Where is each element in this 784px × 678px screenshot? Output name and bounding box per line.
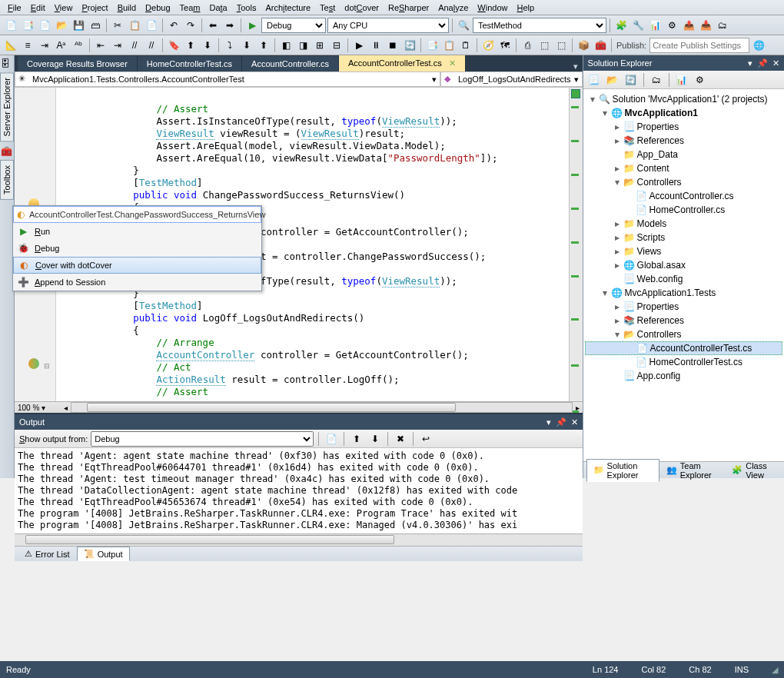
tb2-d[interactable]: 🔄 — [402, 38, 417, 53]
tree-twisty-icon[interactable]: ▾ — [600, 287, 610, 298]
undo-icon[interactable]: ↶ — [166, 18, 181, 33]
menu-build[interactable]: Build — [113, 2, 141, 14]
tree-node-2[interactable]: ▸📃Properties — [585, 120, 782, 134]
toolbox-icon[interactable]: 🧰 — [1, 146, 13, 158]
tree-node-17[interactable]: ▾📂Controllers — [585, 327, 782, 341]
tb2-next-bm[interactable]: ⬇ — [200, 38, 215, 53]
close-tab-icon[interactable]: ✕ — [447, 58, 456, 68]
output-close-icon[interactable]: ✕ — [571, 417, 578, 427]
tb2-misc4[interactable]: ⊟ — [329, 38, 344, 53]
ext-icon-7[interactable]: 🗂 — [715, 18, 730, 33]
tree-twisty-icon[interactable]: ▸ — [613, 260, 622, 271]
copy-icon[interactable]: 📋 — [127, 18, 142, 33]
sol-props-icon[interactable]: 📃 — [586, 72, 602, 88]
right-tab-solution-explorer[interactable]: 📁Solution Explorer — [586, 459, 659, 482]
tree-node-14[interactable]: ▾🌐MvcApplication1.Tests — [585, 286, 782, 300]
tree-node-3[interactable]: ▸📚References — [585, 134, 782, 148]
tree-node-5[interactable]: ▸📁Content — [585, 161, 782, 175]
tree-twisty-icon[interactable]: ▸ — [613, 218, 622, 229]
sol-refresh-icon[interactable]: 🔄 — [623, 72, 639, 88]
menu-test[interactable]: Test — [315, 2, 340, 14]
ext-icon-6[interactable]: 📥 — [698, 18, 713, 33]
ctx-cover-with-dotcover[interactable]: ◐Cover with dotCover — [13, 257, 261, 274]
type-combo[interactable]: ✳ MvcApplication1.Tests.Controllers.Acco… — [15, 71, 440, 87]
paste-icon[interactable]: 📄 — [144, 18, 159, 33]
ext-icon-5[interactable]: 📤 — [681, 18, 696, 33]
sol-close-icon[interactable]: ✕ — [772, 58, 779, 68]
member-combo[interactable]: ◆ LogOff_LogsOutAndRedirects ▾ — [440, 71, 583, 87]
output-prev-icon[interactable]: ⬆ — [349, 431, 364, 447]
tb2-misc1[interactable]: ◧ — [278, 38, 294, 53]
redo-icon[interactable]: ↷ — [183, 18, 198, 33]
doctab-3[interactable]: AccountControllerTest.cs ✕ — [339, 55, 466, 71]
right-tab-team-explorer[interactable]: 👥Team Explorer — [659, 459, 725, 482]
server-explorer-icon[interactable]: 🗄 — [1, 58, 13, 71]
output-text[interactable]: The thread 'Agent: agent state machine t… — [15, 448, 583, 533]
nav-fwd-icon[interactable]: ➡ — [222, 18, 238, 33]
add-item-icon[interactable]: 📑 — [20, 18, 35, 33]
toolbox-tab[interactable]: Toolbox — [0, 160, 14, 200]
menu-tools[interactable]: Tools — [232, 2, 261, 14]
menu-team[interactable]: Team — [175, 2, 205, 14]
output-source-combo[interactable]: Debug — [91, 431, 314, 447]
tree-node-1[interactable]: ▾🌐MvcApplication1 — [585, 106, 782, 120]
doctab-0[interactable]: Coverage Results Browser — [18, 56, 138, 71]
server-explorer-tab[interactable]: Server Explorer — [0, 72, 14, 141]
solution-tree[interactable]: ▾🔍Solution 'MvcApplication1' (2 projects… — [583, 89, 784, 461]
tree-twisty-icon[interactable]: ▸ — [613, 315, 622, 326]
output-clear-icon[interactable]: ✖ — [393, 431, 408, 447]
menu-resharper[interactable]: ReSharper — [384, 2, 434, 14]
tree-twisty-icon[interactable]: ▸ — [613, 121, 622, 132]
ctx-run[interactable]: ▶Run — [13, 223, 261, 240]
tb2-prev-bm[interactable]: ⬆ — [183, 38, 198, 53]
ctx-debug[interactable]: 🐞Debug — [13, 240, 261, 257]
tree-node-12[interactable]: ▸🌐Global.asax — [585, 258, 782, 272]
tree-node-20[interactable]: 📃App.config — [585, 369, 782, 383]
tree-twisty-icon[interactable]: ▸ — [613, 301, 622, 312]
save-all-icon[interactable]: 🗃 — [88, 18, 103, 33]
ext-icon-1[interactable]: 🧩 — [613, 18, 629, 33]
menu-file[interactable]: File — [3, 2, 26, 14]
new-project-icon[interactable]: 📄 — [3, 18, 18, 33]
tb2-c[interactable]: ⏹ — [385, 38, 400, 53]
tb2-a[interactable]: ▶ — [351, 38, 367, 53]
tree-node-4[interactable]: 📁App_Data — [585, 148, 782, 161]
platform-combo[interactable]: Any CPU — [327, 18, 449, 33]
tree-node-10[interactable]: ▸📁Scripts — [585, 231, 782, 244]
tb2-step-out[interactable]: ⬆ — [256, 38, 271, 53]
tb2-misc3[interactable]: ⊞ — [312, 38, 327, 53]
tree-twisty-icon[interactable]: ▾ — [613, 329, 622, 340]
tree-twisty-icon[interactable]: ▸ — [613, 135, 622, 146]
startup-combo[interactable]: TestMethod — [473, 18, 606, 33]
tb2-4[interactable]: Aᵃ — [54, 38, 69, 53]
config-combo[interactable]: Debug — [261, 18, 326, 33]
find-icon[interactable]: 🔍 — [456, 18, 471, 33]
tree-node-16[interactable]: ▸📚References — [585, 314, 782, 327]
doctab-2[interactable]: AccountController.cs — [242, 56, 339, 71]
tree-twisty-icon[interactable]: ▸ — [613, 163, 622, 174]
tb2-misc2[interactable]: ◨ — [295, 38, 311, 53]
tb2-3[interactable]: ⇥ — [37, 38, 52, 53]
tb2-step-over[interactable]: ⤵ — [222, 38, 238, 53]
ctx-append-to-session[interactable]: ➕Append to Session — [13, 274, 261, 291]
tb2-5[interactable]: ᴬᵇ — [71, 38, 86, 53]
tb2-e[interactable]: 📑 — [424, 38, 440, 53]
output-pin-icon[interactable]: 📌 — [556, 417, 566, 427]
tree-node-6[interactable]: ▾📂Controllers — [585, 175, 782, 189]
tb2-bookmark[interactable]: 🔖 — [166, 38, 181, 53]
tb2-1[interactable]: 📐 — [3, 38, 18, 53]
publish-input[interactable] — [649, 38, 749, 53]
tree-twisty-icon[interactable]: ▾ — [613, 177, 622, 188]
tree-node-9[interactable]: ▸📁Models — [585, 217, 782, 231]
tree-node-18[interactable]: 📄AccountControllerTest.cs — [585, 341, 782, 355]
sol-nest-icon[interactable]: 🗂 — [649, 72, 664, 88]
open-folder-icon[interactable]: 📂 — [54, 18, 69, 33]
tb2-k[interactable]: ⬚ — [537, 38, 552, 53]
tree-twisty-icon[interactable]: ▾ — [588, 94, 597, 105]
menu-architecture[interactable]: Architecture — [261, 2, 315, 14]
right-tab-class-view[interactable]: 🧩Class View — [725, 459, 781, 482]
zoom-combo[interactable]: 100 % ▾ — [15, 404, 61, 412]
bottom-tab-error-list[interactable]: ⚠Error List — [18, 547, 77, 561]
output-next-icon[interactable]: ⬇ — [367, 431, 383, 447]
tb2-outdent[interactable]: ⇥ — [110, 38, 125, 53]
